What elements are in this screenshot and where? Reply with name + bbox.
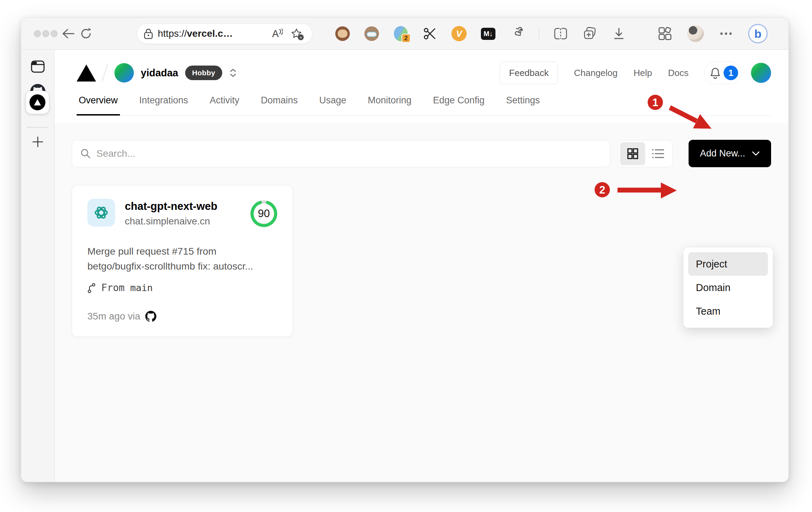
vercel-tab-active[interactable] <box>26 91 49 114</box>
favorites-star-icon[interactable]: + <box>291 28 302 40</box>
breadcrumb-slash <box>102 64 109 82</box>
collections-icon[interactable] <box>582 26 597 41</box>
tab-edge-config[interactable]: Edge Config <box>431 95 487 116</box>
more-menu-icon[interactable] <box>718 26 734 41</box>
v-extension-icon[interactable]: V <box>451 26 467 41</box>
project-search[interactable] <box>72 140 610 167</box>
openai-project-icon <box>87 199 115 227</box>
search-input[interactable] <box>96 148 606 159</box>
search-icon <box>80 148 91 159</box>
project-name[interactable]: chat-gpt-next-web <box>125 199 249 213</box>
view-toggle <box>618 140 673 167</box>
team-name[interactable]: yidadaa <box>141 67 178 79</box>
toolbar-divider <box>539 27 539 41</box>
toolbar-right: b <box>657 18 768 50</box>
changelog-link[interactable]: Changelog <box>574 68 617 78</box>
minimize-window-button[interactable] <box>42 30 49 37</box>
translate-extension-icon[interactable]: 2 <box>393 26 408 41</box>
bell-icon <box>710 67 721 79</box>
url-text: https://vercel.c… <box>158 28 272 39</box>
tab-domains[interactable]: Domains <box>259 95 300 116</box>
help-link[interactable]: Help <box>633 68 652 78</box>
markdown-extension-icon[interactable]: M↓ <box>481 26 496 41</box>
notifications-button[interactable]: 1 <box>704 61 741 84</box>
team-switcher-icon[interactable] <box>230 69 236 77</box>
list-view-icon <box>652 148 664 159</box>
branch-from-label: From <box>101 282 124 293</box>
dropdown-item-domain[interactable]: Domain <box>688 276 768 299</box>
project-domain[interactable]: chat.simplenaive.cn <box>125 216 249 227</box>
tampermonkey-icon[interactable] <box>335 26 350 41</box>
dropdown-item-project[interactable]: Project <box>688 252 768 276</box>
tab-integrations[interactable]: Integrations <box>137 95 190 116</box>
score-value: 90 <box>249 199 279 229</box>
avatar-extension-icon[interactable] <box>364 26 379 41</box>
browser-profile-avatar[interactable] <box>687 25 704 42</box>
scissors-extension-icon[interactable] <box>422 26 438 41</box>
git-branch-icon <box>87 283 96 293</box>
tab-activity[interactable]: Activity <box>208 95 242 116</box>
split-screen-icon[interactable] <box>553 26 568 41</box>
apps-grid-icon[interactable] <box>657 26 673 41</box>
bing-chat-icon[interactable]: b <box>748 24 768 43</box>
tab-monitoring[interactable]: Monitoring <box>366 95 414 116</box>
traffic-lights <box>34 30 58 37</box>
feedback-button[interactable]: Feedback <box>500 62 558 84</box>
extensions-row: 2 V M↓ <box>335 18 627 50</box>
back-icon[interactable] <box>61 26 76 41</box>
github-icon <box>145 311 156 322</box>
add-new-button[interactable]: Add New... <box>689 140 771 167</box>
user-avatar[interactable] <box>751 63 771 83</box>
docs-link[interactable]: Docs <box>668 68 689 78</box>
vercel-page: yidadaa Hobby Feedback Changelog Help Do… <box>54 50 788 482</box>
extensions-puzzle-icon[interactable] <box>510 26 525 41</box>
chevron-down-icon <box>752 151 760 156</box>
zoom-window-button[interactable] <box>51 30 58 37</box>
analytics-score-ring[interactable]: 90 <box>249 199 279 229</box>
refresh-icon[interactable] <box>78 26 94 41</box>
translate-badge: 2 <box>401 34 411 43</box>
commit-message[interactable]: Merge pull request #715 from betgo/bugfi… <box>87 244 279 274</box>
sidebar-divider <box>27 127 48 128</box>
notification-count-badge: 1 <box>724 66 738 80</box>
tab-settings[interactable]: Settings <box>504 95 542 116</box>
list-view-button[interactable] <box>645 142 671 165</box>
add-new-dropdown: Project Domain Team <box>683 247 773 328</box>
plan-badge: Hobby <box>185 66 222 80</box>
sidebar-pane-icon[interactable] <box>21 60 54 73</box>
dropdown-item-team[interactable]: Team <box>688 299 768 323</box>
browser-toolbar: https://vercel.c… A + 2 <box>21 18 788 50</box>
team-avatar[interactable] <box>114 63 134 83</box>
grid-view-button[interactable] <box>620 142 645 165</box>
vercel-logo[interactable] <box>77 65 96 82</box>
downloads-icon[interactable] <box>611 26 627 41</box>
vercel-nav-tabs: Overview Integrations Activity Domains U… <box>77 95 771 116</box>
read-aloud-icon[interactable]: A <box>272 28 283 40</box>
grid-view-icon <box>627 148 639 160</box>
new-tab-plus-icon[interactable] <box>21 136 54 148</box>
deploy-meta: 35m ago via <box>87 311 140 322</box>
close-window-button[interactable] <box>34 30 41 37</box>
edge-sidebar <box>21 50 54 482</box>
tab-usage[interactable]: Usage <box>317 95 348 116</box>
tab-overview[interactable]: Overview <box>77 95 120 116</box>
address-bar[interactable]: https://vercel.c… A + <box>137 23 312 44</box>
lock-icon <box>144 28 153 39</box>
project-card[interactable]: chat-gpt-next-web chat.simplenaive.cn 90 <box>72 185 293 337</box>
browser-window: https://vercel.c… A + 2 <box>21 17 789 482</box>
branch-name: main <box>130 282 153 293</box>
